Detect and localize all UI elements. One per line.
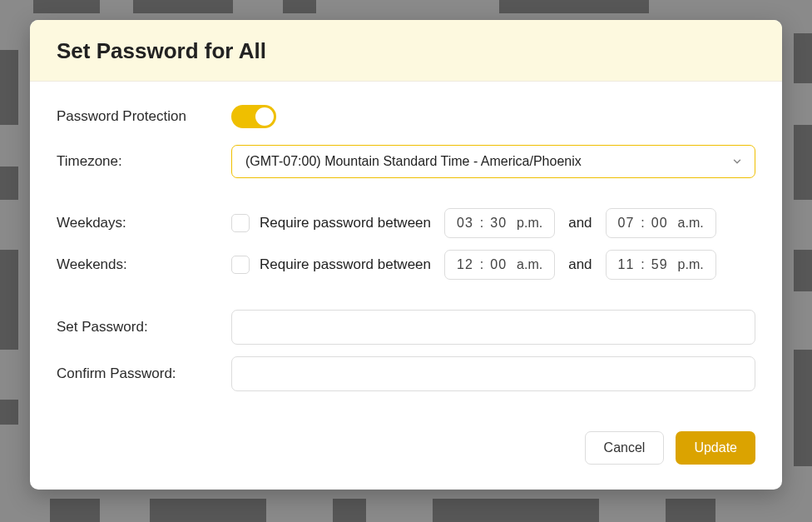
weekdays-checkbox[interactable] (231, 214, 250, 232)
weekends-end-mm: 59 (651, 257, 668, 272)
confirm-password-input[interactable] (231, 356, 755, 391)
weekdays-end-mm: 00 (651, 216, 668, 231)
label-weekends: Weekends: (57, 256, 231, 273)
label-require-weekdays: Require password between (260, 215, 431, 231)
weekdays-end-hh: 07 (618, 216, 635, 231)
set-password-modal: Set Password for All Password Protection… (30, 20, 782, 490)
row-password-protection: Password Protection (57, 105, 755, 128)
label-and-weekdays: and (565, 215, 595, 231)
timezone-selected-value: (GMT-07:00) Mountain Standard Time - Ame… (245, 154, 582, 168)
weekends-end-ampm: p.m. (678, 257, 704, 272)
weekends-end-time-input[interactable]: 11 : 59 p.m. (606, 250, 716, 280)
update-button[interactable]: Update (676, 431, 755, 465)
weekdays-end-ampm: a.m. (678, 216, 704, 231)
toggle-knob (255, 107, 274, 126)
weekdays-end-time-input[interactable]: 07 : 00 a.m. (606, 208, 716, 238)
modal-body: Password Protection Timezone: (GMT-07:00… (30, 82, 782, 408)
modal-footer: Cancel Update (30, 408, 782, 490)
modal-title: Set Password for All (57, 38, 755, 64)
row-confirm-password: Confirm Password: (57, 356, 755, 391)
weekdays-start-ampm: p.m. (517, 216, 542, 231)
row-weekends: Weekends: Require password between 12 : … (57, 250, 755, 280)
chevron-down-icon (731, 156, 743, 167)
label-timezone: Timezone: (57, 153, 231, 170)
weekdays-start-time-input[interactable]: 03 : 30 p.m. (444, 208, 555, 238)
weekdays-start-hh: 03 (457, 216, 473, 231)
weekends-start-hh: 12 (457, 257, 473, 272)
weekends-end-hh: 11 (618, 257, 635, 272)
weekends-start-ampm: a.m. (517, 257, 542, 272)
label-password-protection: Password Protection (57, 108, 231, 125)
label-confirm-password: Confirm Password: (57, 365, 231, 382)
modal-header: Set Password for All (30, 20, 782, 82)
label-require-weekends: Require password between (260, 256, 431, 273)
weekends-checkbox[interactable] (231, 256, 250, 274)
weekends-start-mm: 00 (490, 257, 507, 272)
weekends-start-time-input[interactable]: 12 : 00 a.m. (444, 250, 555, 280)
weekdays-start-mm: 30 (490, 216, 507, 231)
password-protection-toggle[interactable] (231, 105, 276, 128)
row-weekdays: Weekdays: Require password between 03 : … (57, 208, 755, 238)
label-weekdays: Weekdays: (57, 215, 231, 231)
row-timezone: Timezone: (GMT-07:00) Mountain Standard … (57, 145, 755, 178)
row-set-password: Set Password: (57, 310, 755, 345)
label-set-password: Set Password: (57, 319, 231, 336)
cancel-button[interactable]: Cancel (585, 431, 665, 465)
set-password-input[interactable] (231, 310, 755, 345)
label-and-weekends: and (565, 256, 595, 273)
timezone-select[interactable]: (GMT-07:00) Mountain Standard Time - Ame… (231, 145, 755, 178)
